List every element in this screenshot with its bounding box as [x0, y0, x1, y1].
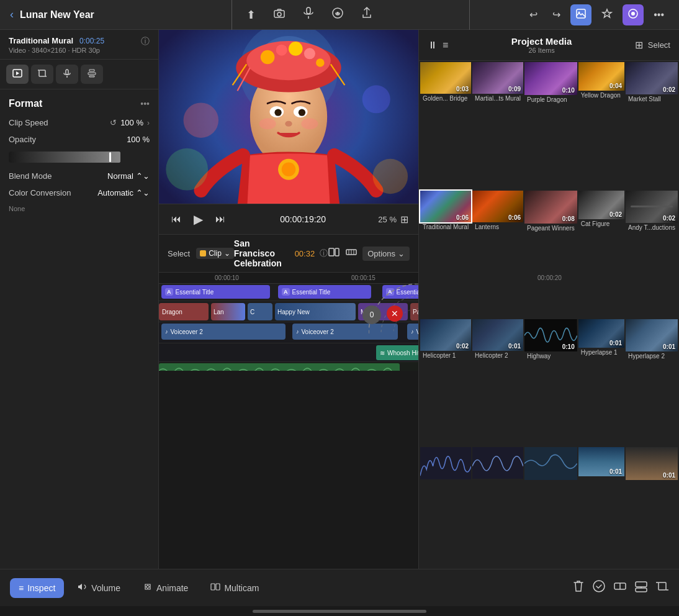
- video-properties-tab[interactable]: [6, 65, 29, 84]
- media-thumb-wave3[interactable]: [524, 447, 577, 480]
- volume-tab[interactable]: Volume: [69, 577, 129, 599]
- skip-forward-button[interactable]: ⏭: [213, 211, 228, 227]
- media-thumb-andy[interactable]: 0:02: [626, 191, 678, 223]
- timeline-tracks[interactable]: Essential Title Essential Title Essentia…: [159, 284, 418, 371]
- media-item-purple[interactable]: 0:10 Purple Dragon: [524, 62, 577, 189]
- media-item-heli2[interactable]: 0:01 Helicopter 2: [472, 319, 523, 446]
- animate-tab[interactable]: Animate: [134, 577, 197, 599]
- media-item-wave3[interactable]: [524, 447, 577, 568]
- skip-back-button[interactable]: ⏮: [169, 211, 184, 227]
- media-thumb-wave2[interactable]: [472, 447, 523, 479]
- media-item-highway[interactable]: 0:10 Highway: [524, 319, 577, 446]
- media-item-trad[interactable]: 0:06 Traditional Mural: [420, 191, 471, 318]
- media-thumb-pageant[interactable]: 0:08: [524, 191, 577, 224]
- grid-view-button[interactable]: ⊞: [635, 39, 643, 51]
- delete-action-button[interactable]: [572, 579, 585, 596]
- media-pause-button[interactable]: ⏸: [428, 40, 438, 51]
- title-clip-2[interactable]: Essential Title: [278, 285, 371, 299]
- cat-label: Cat Figure: [578, 219, 624, 229]
- media-thumb-market[interactable]: 0:02: [626, 62, 678, 94]
- media-thumb-heli1[interactable]: 0:02: [420, 319, 471, 351]
- color-conv-value[interactable]: Automatic ⌃⌄: [97, 188, 150, 197]
- media-thumb-sunset2[interactable]: 0:01: [626, 447, 678, 479]
- play-button[interactable]: ▶: [191, 209, 205, 229]
- media-thumb-purple[interactable]: 0:10: [524, 62, 577, 95]
- back-button[interactable]: ‹: [10, 8, 14, 21]
- split-action-button[interactable]: [613, 579, 627, 596]
- media-item-sunset1[interactable]: 0:01: [578, 447, 624, 568]
- redo-button[interactable]: ↪: [547, 5, 565, 24]
- title-clip-3[interactable]: Essential: [382, 285, 418, 299]
- detach-action-button[interactable]: [634, 579, 648, 596]
- microphone-icon-btn[interactable]: [300, 4, 317, 25]
- options-button[interactable]: Options ⌄: [362, 247, 410, 261]
- video-clip-lan[interactable]: Lan: [211, 303, 245, 320]
- media-thumb-yellow[interactable]: 0:04: [578, 62, 624, 91]
- zoom-options-button[interactable]: ⊞: [400, 214, 408, 225]
- audio-properties-tab[interactable]: [56, 65, 78, 84]
- media-item-sunset2[interactable]: 0:01: [626, 447, 678, 568]
- multicam-tab[interactable]: Multicam: [202, 577, 268, 599]
- media-thumb-hyper2[interactable]: 0:01: [626, 319, 678, 351]
- media-thumb-martial[interactable]: 0:09: [472, 62, 523, 94]
- media-thumb-golden[interactable]: 0:03: [420, 62, 471, 94]
- media-item-wave2[interactable]: [472, 447, 523, 568]
- media-item-golden[interactable]: 0:03 Golden... Bridge: [420, 62, 471, 189]
- media-item-martial[interactable]: 0:09 Martial...ts Mural: [472, 62, 523, 189]
- media-thumb-hyper1[interactable]: 0:01: [578, 319, 624, 348]
- media-thumb-lanterns[interactable]: 0:06: [472, 191, 523, 222]
- video-clip-c[interactable]: C: [248, 303, 272, 320]
- media-thumb-cat[interactable]: 0:02: [578, 191, 624, 219]
- effects-properties-tab[interactable]: [81, 65, 103, 84]
- media-thumb-highway[interactable]: 0:10: [524, 319, 577, 352]
- favorites-button[interactable]: [596, 4, 618, 25]
- undo-button[interactable]: ↩: [524, 5, 542, 24]
- more-button[interactable]: •••: [649, 6, 669, 24]
- media-item-cat[interactable]: 0:02 Cat Figure: [578, 191, 624, 318]
- voiceover-clip-1[interactable]: ♪Voiceover 2: [161, 324, 286, 340]
- whoosh-clip[interactable]: ≋Whoosh Hit: [376, 345, 418, 360]
- media-item-andy[interactable]: 0:02 Andy T...ductions: [626, 191, 678, 318]
- inspect-tab[interactable]: ≡ Inspect: [10, 578, 64, 598]
- opacity-slider[interactable]: [9, 152, 120, 163]
- media-item-hyper2[interactable]: 0:01 Hyperlapse 2: [626, 319, 678, 446]
- opacity-slider-row[interactable]: [9, 152, 150, 163]
- multicam-icon-btn[interactable]: [328, 246, 340, 261]
- media-item-heli1[interactable]: 0:02 Helicopter 1: [420, 319, 471, 446]
- format-options-btn[interactable]: •••: [140, 99, 150, 109]
- crop-properties-tab[interactable]: [31, 65, 53, 84]
- photos-button[interactable]: [570, 4, 591, 25]
- blend-mode-value[interactable]: Normal ⌃⌄: [107, 171, 150, 181]
- media-thumb-wave1[interactable]: [420, 447, 471, 479]
- media-thumb-sunset1[interactable]: 0:01: [578, 447, 624, 476]
- media-thumb-trad[interactable]: 0:06: [420, 191, 471, 222]
- voiceover-clip-2[interactable]: ♪Voiceover 2: [292, 324, 398, 340]
- confirm-action-button[interactable]: [592, 579, 606, 596]
- media-thumb-heli2[interactable]: 0:01: [472, 319, 523, 351]
- music-clip[interactable]: [159, 363, 400, 371]
- effects-button[interactable]: [623, 4, 644, 25]
- media-select-button[interactable]: Select: [648, 40, 670, 50]
- crop-action-button[interactable]: [655, 579, 669, 596]
- media-item-lanterns[interactable]: 0:06 Lanterns: [472, 191, 523, 318]
- export-icon-btn[interactable]: [359, 4, 375, 25]
- scroll-bar[interactable]: [253, 610, 426, 613]
- cancel-overlay-button[interactable]: ✕: [387, 306, 403, 322]
- clip-appearance-btn[interactable]: [345, 246, 357, 261]
- video-clip-dragon[interactable]: Dragon: [159, 303, 209, 320]
- media-item-wave1[interactable]: [420, 447, 471, 568]
- timeline-info-button[interactable]: ⓘ: [320, 248, 328, 259]
- media-item-hyper1[interactable]: 0:01 Hyperlapse 1: [578, 319, 624, 446]
- media-item-pageant[interactable]: 0:08 Pageant Winners: [524, 191, 577, 318]
- media-item-market[interactable]: 0:02 Market Stall: [626, 62, 678, 189]
- video-clip-pagea[interactable]: Pagea: [410, 303, 418, 320]
- title-clip-1[interactable]: Essential Title: [161, 285, 270, 299]
- media-item-yellow[interactable]: 0:04 Yellow Dragon: [578, 62, 624, 189]
- voiceover-clip-3[interactable]: ♪Voiceover 3: [407, 324, 418, 340]
- clip-info-button[interactable]: ⓘ: [141, 36, 150, 47]
- voiceover-icon-btn[interactable]: [329, 4, 346, 25]
- share-icon-btn[interactable]: ⬆: [244, 6, 258, 24]
- media-sort-button[interactable]: ≡: [443, 40, 448, 51]
- camera-icon-btn[interactable]: [271, 4, 288, 25]
- video-clip-happy[interactable]: Happy New: [275, 303, 356, 320]
